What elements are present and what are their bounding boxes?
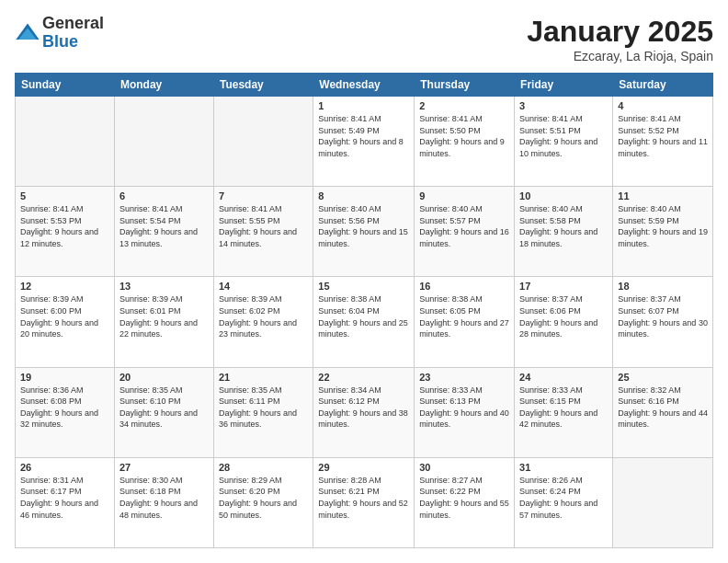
day-number-8: 8: [318, 190, 409, 201]
calendar-week-2: 5Sunrise: 8:41 AM Sunset: 5:53 PM Daylig…: [16, 187, 713, 277]
header-tuesday: Tuesday: [213, 74, 313, 97]
calendar-week-5: 26Sunrise: 8:31 AM Sunset: 6:17 PM Dayli…: [16, 457, 713, 547]
day-info-5: Sunrise: 8:41 AM Sunset: 5:53 PM Dayligh…: [20, 203, 109, 249]
calendar-cell-w5-d2: 27Sunrise: 8:30 AM Sunset: 6:18 PM Dayli…: [114, 457, 213, 547]
day-number-19: 19: [20, 372, 109, 383]
day-number-26: 26: [20, 462, 109, 473]
month-title: January 2025: [527, 15, 713, 49]
calendar-cell-w4-d7: 25Sunrise: 8:32 AM Sunset: 6:16 PM Dayli…: [613, 367, 713, 457]
calendar-cell-w4-d4: 22Sunrise: 8:34 AM Sunset: 6:12 PM Dayli…: [313, 367, 415, 457]
calendar-cell-w1-d1: [16, 97, 115, 187]
calendar-week-1: 1Sunrise: 8:41 AM Sunset: 5:49 PM Daylig…: [16, 97, 713, 187]
day-info-19: Sunrise: 8:36 AM Sunset: 6:08 PM Dayligh…: [20, 385, 109, 431]
day-info-9: Sunrise: 8:40 AM Sunset: 5:57 PM Dayligh…: [419, 203, 509, 249]
day-number-1: 1: [318, 100, 409, 111]
day-info-14: Sunrise: 8:39 AM Sunset: 6:02 PM Dayligh…: [219, 293, 308, 339]
header-saturday: Saturday: [613, 74, 713, 97]
day-info-29: Sunrise: 8:28 AM Sunset: 6:21 PM Dayligh…: [318, 475, 409, 521]
logo: General Blue: [15, 15, 104, 52]
day-number-17: 17: [519, 281, 608, 292]
day-number-13: 13: [119, 281, 209, 292]
day-info-1: Sunrise: 8:41 AM Sunset: 5:49 PM Dayligh…: [318, 113, 409, 159]
day-number-15: 15: [318, 281, 409, 292]
day-number-4: 4: [618, 100, 708, 111]
location: Ezcaray, La Rioja, Spain: [527, 49, 713, 63]
calendar-page: General Blue January 2025 Ezcaray, La Ri…: [0, 0, 728, 563]
day-number-23: 23: [419, 372, 509, 383]
day-info-16: Sunrise: 8:38 AM Sunset: 6:05 PM Dayligh…: [419, 293, 509, 339]
header-friday: Friday: [515, 74, 613, 97]
header: General Blue January 2025 Ezcaray, La Ri…: [15, 15, 713, 63]
calendar-cell-w3-d3: 14Sunrise: 8:39 AM Sunset: 6:02 PM Dayli…: [213, 277, 313, 367]
calendar-cell-w4-d3: 21Sunrise: 8:35 AM Sunset: 6:11 PM Dayli…: [213, 367, 313, 457]
day-info-31: Sunrise: 8:26 AM Sunset: 6:24 PM Dayligh…: [519, 475, 608, 521]
calendar-week-4: 19Sunrise: 8:36 AM Sunset: 6:08 PM Dayli…: [16, 367, 713, 457]
day-number-6: 6: [119, 190, 209, 201]
day-info-11: Sunrise: 8:40 AM Sunset: 5:59 PM Dayligh…: [618, 203, 708, 249]
calendar-cell-w3-d6: 17Sunrise: 8:37 AM Sunset: 6:06 PM Dayli…: [515, 277, 613, 367]
day-number-31: 31: [519, 462, 608, 473]
day-info-28: Sunrise: 8:29 AM Sunset: 6:20 PM Dayligh…: [219, 475, 308, 521]
header-wednesday: Wednesday: [313, 74, 415, 97]
calendar-cell-w1-d5: 2Sunrise: 8:41 AM Sunset: 5:50 PM Daylig…: [415, 97, 515, 187]
calendar-cell-w3-d2: 13Sunrise: 8:39 AM Sunset: 6:01 PM Dayli…: [114, 277, 213, 367]
day-number-27: 27: [119, 462, 209, 473]
calendar-cell-w2-d6: 10Sunrise: 8:40 AM Sunset: 5:58 PM Dayli…: [515, 187, 613, 277]
calendar-cell-w5-d1: 26Sunrise: 8:31 AM Sunset: 6:17 PM Dayli…: [16, 457, 115, 547]
calendar-cell-w4-d6: 24Sunrise: 8:33 AM Sunset: 6:15 PM Dayli…: [515, 367, 613, 457]
logo-blue-text: Blue: [42, 33, 104, 52]
day-info-7: Sunrise: 8:41 AM Sunset: 5:55 PM Dayligh…: [219, 203, 308, 249]
day-info-8: Sunrise: 8:40 AM Sunset: 5:56 PM Dayligh…: [318, 203, 409, 249]
calendar-table: Sunday Monday Tuesday Wednesday Thursday…: [15, 73, 713, 548]
calendar-cell-w5-d7: [613, 457, 713, 547]
day-number-2: 2: [419, 100, 509, 111]
calendar-cell-w3-d1: 12Sunrise: 8:39 AM Sunset: 6:00 PM Dayli…: [16, 277, 115, 367]
day-info-2: Sunrise: 8:41 AM Sunset: 5:50 PM Dayligh…: [419, 113, 509, 159]
calendar-header-row: Sunday Monday Tuesday Wednesday Thursday…: [16, 74, 713, 97]
day-number-20: 20: [119, 372, 209, 383]
day-info-27: Sunrise: 8:30 AM Sunset: 6:18 PM Dayligh…: [119, 475, 209, 521]
day-number-11: 11: [618, 190, 708, 201]
day-info-4: Sunrise: 8:41 AM Sunset: 5:52 PM Dayligh…: [618, 113, 708, 159]
header-thursday: Thursday: [415, 74, 515, 97]
day-info-26: Sunrise: 8:31 AM Sunset: 6:17 PM Dayligh…: [20, 475, 109, 521]
calendar-cell-w5-d4: 29Sunrise: 8:28 AM Sunset: 6:21 PM Dayli…: [313, 457, 415, 547]
calendar-cell-w5-d6: 31Sunrise: 8:26 AM Sunset: 6:24 PM Dayli…: [515, 457, 613, 547]
day-info-10: Sunrise: 8:40 AM Sunset: 5:58 PM Dayligh…: [519, 203, 608, 249]
day-number-30: 30: [419, 462, 509, 473]
day-number-21: 21: [219, 372, 308, 383]
logo-icon: [15, 20, 40, 46]
day-number-14: 14: [219, 281, 308, 292]
day-info-30: Sunrise: 8:27 AM Sunset: 6:22 PM Dayligh…: [419, 475, 509, 521]
day-number-3: 3: [519, 100, 608, 111]
calendar-week-3: 12Sunrise: 8:39 AM Sunset: 6:00 PM Dayli…: [16, 277, 713, 367]
day-number-22: 22: [318, 372, 409, 383]
calendar-cell-w3-d4: 15Sunrise: 8:38 AM Sunset: 6:04 PM Dayli…: [313, 277, 415, 367]
day-info-21: Sunrise: 8:35 AM Sunset: 6:11 PM Dayligh…: [219, 385, 308, 431]
calendar-cell-w3-d5: 16Sunrise: 8:38 AM Sunset: 6:05 PM Dayli…: [415, 277, 515, 367]
day-info-20: Sunrise: 8:35 AM Sunset: 6:10 PM Dayligh…: [119, 385, 209, 431]
day-info-25: Sunrise: 8:32 AM Sunset: 6:16 PM Dayligh…: [618, 385, 708, 431]
calendar-cell-w2-d5: 9Sunrise: 8:40 AM Sunset: 5:57 PM Daylig…: [415, 187, 515, 277]
calendar-cell-w1-d2: [114, 97, 213, 187]
day-number-5: 5: [20, 190, 109, 201]
day-info-17: Sunrise: 8:37 AM Sunset: 6:06 PM Dayligh…: [519, 293, 608, 339]
calendar-cell-w2-d1: 5Sunrise: 8:41 AM Sunset: 5:53 PM Daylig…: [16, 187, 115, 277]
calendar-cell-w2-d7: 11Sunrise: 8:40 AM Sunset: 5:59 PM Dayli…: [613, 187, 713, 277]
day-number-16: 16: [419, 281, 509, 292]
calendar-cell-w5-d3: 28Sunrise: 8:29 AM Sunset: 6:20 PM Dayli…: [213, 457, 313, 547]
day-number-12: 12: [20, 281, 109, 292]
day-info-12: Sunrise: 8:39 AM Sunset: 6:00 PM Dayligh…: [20, 293, 109, 339]
calendar-cell-w4-d1: 19Sunrise: 8:36 AM Sunset: 6:08 PM Dayli…: [16, 367, 115, 457]
day-info-15: Sunrise: 8:38 AM Sunset: 6:04 PM Dayligh…: [318, 293, 409, 339]
calendar-cell-w2-d3: 7Sunrise: 8:41 AM Sunset: 5:55 PM Daylig…: [213, 187, 313, 277]
title-block: January 2025 Ezcaray, La Rioja, Spain: [527, 15, 713, 63]
day-info-13: Sunrise: 8:39 AM Sunset: 6:01 PM Dayligh…: [119, 293, 209, 339]
day-info-3: Sunrise: 8:41 AM Sunset: 5:51 PM Dayligh…: [519, 113, 608, 159]
calendar-cell-w2-d2: 6Sunrise: 8:41 AM Sunset: 5:54 PM Daylig…: [114, 187, 213, 277]
calendar-cell-w4-d5: 23Sunrise: 8:33 AM Sunset: 6:13 PM Dayli…: [415, 367, 515, 457]
calendar-cell-w5-d5: 30Sunrise: 8:27 AM Sunset: 6:22 PM Dayli…: [415, 457, 515, 547]
calendar-cell-w1-d7: 4Sunrise: 8:41 AM Sunset: 5:52 PM Daylig…: [613, 97, 713, 187]
day-number-18: 18: [618, 281, 708, 292]
day-number-28: 28: [219, 462, 308, 473]
